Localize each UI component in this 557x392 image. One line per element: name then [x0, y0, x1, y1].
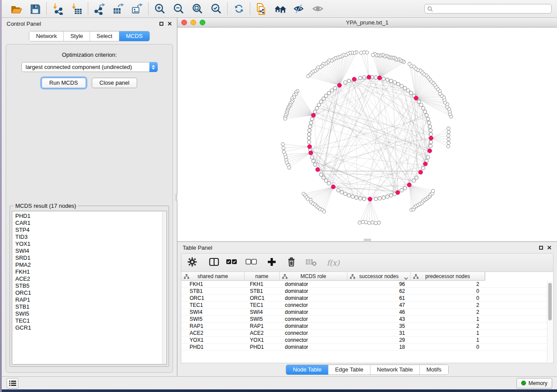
network-node[interactable]: [315, 107, 318, 110]
network-node[interactable]: [313, 110, 317, 113]
network-node[interactable]: [422, 107, 425, 110]
clone-network-icon[interactable]: [256, 3, 267, 15]
network-node[interactable]: [322, 210, 326, 213]
network-node[interactable]: [306, 75, 310, 78]
network-node[interactable]: [429, 140, 432, 144]
network-node[interactable]: [343, 192, 347, 196]
open-file-icon[interactable]: [10, 3, 22, 15]
sort-indicator-icon[interactable]: [404, 275, 408, 281]
network-node[interactable]: [307, 136, 311, 140]
float-panel-icon[interactable]: [159, 22, 163, 26]
table-tab-motifs[interactable]: Motifs: [419, 365, 448, 375]
mcds-result-item[interactable]: YOX1: [15, 241, 166, 248]
network-node[interactable]: [397, 83, 400, 86]
network-node[interactable]: [284, 117, 287, 120]
mcds-result-item[interactable]: GCR1: [15, 324, 166, 331]
mcds-list-scrollbar[interactable]: [162, 212, 166, 364]
home-icon[interactable]: [274, 3, 286, 15]
table-row[interactable]: STB1STB1dominator620: [181, 288, 553, 295]
network-node[interactable]: [382, 77, 385, 80]
network-node[interactable]: [340, 190, 343, 194]
tab-style[interactable]: Style: [63, 31, 90, 41]
network-node[interactable]: [389, 194, 393, 197]
table-tab-edge-table[interactable]: Edge Table: [328, 365, 370, 375]
table-row[interactable]: SWI5SWI5connector431: [181, 316, 553, 323]
network-node[interactable]: [403, 86, 407, 90]
network-node[interactable]: [419, 103, 423, 107]
mcds-result-item[interactable]: PHD1: [15, 213, 166, 220]
mcds-result-item[interactable]: STB1: [15, 303, 166, 310]
network-node[interactable]: [317, 103, 321, 107]
mcds-dominator-node[interactable]: [367, 75, 371, 79]
network-node[interactable]: [347, 79, 351, 83]
network-node[interactable]: [322, 176, 325, 179]
network-node[interactable]: [425, 113, 428, 117]
table-row[interactable]: TEC1TEC1connector472: [181, 302, 553, 309]
column-header-predecessor-nodes[interactable]: predecessor nodes: [411, 272, 485, 280]
network-node[interactable]: [408, 62, 412, 66]
table-row[interactable]: SWI4SWI4dominator462: [181, 309, 553, 316]
network-node[interactable]: [426, 117, 430, 120]
network-node[interactable]: [333, 86, 337, 90]
mcds-dominator-node[interactable]: [429, 136, 433, 140]
close-table-panel-icon[interactable]: ✕: [547, 245, 552, 251]
mcds-dominator-node[interactable]: [423, 162, 427, 166]
mcds-result-item[interactable]: TID3: [15, 234, 166, 241]
mcds-dominator-node[interactable]: [419, 170, 422, 174]
network-node[interactable]: [382, 196, 385, 199]
network-node[interactable]: [446, 144, 450, 148]
mcds-dominator-node[interactable]: [428, 149, 432, 153]
network-node[interactable]: [428, 125, 432, 128]
mcds-result-item[interactable]: SWI5: [15, 310, 166, 317]
export-table-icon[interactable]: [112, 3, 124, 15]
settings-gear-icon[interactable]: [187, 257, 197, 268]
network-node[interactable]: [355, 196, 358, 199]
network-node[interactable]: [374, 76, 377, 79]
network-node[interactable]: [409, 91, 413, 95]
mcds-dominator-node[interactable]: [352, 77, 356, 81]
hide-graphics-details-icon[interactable]: [293, 3, 305, 15]
table-row[interactable]: FKH1FKH1dominator962: [181, 281, 553, 288]
refresh-view-icon[interactable]: [233, 3, 245, 15]
network-node[interactable]: [361, 220, 365, 224]
columns-icon[interactable]: [209, 257, 219, 268]
show-graphics-details-icon[interactable]: [312, 3, 324, 15]
delete-column-icon[interactable]: [287, 257, 296, 268]
network-node[interactable]: [371, 53, 375, 57]
tab-mcds[interactable]: MCDS: [119, 31, 149, 41]
close-panel-button[interactable]: Close panel: [92, 78, 138, 88]
network-node[interactable]: [406, 89, 410, 92]
network-node[interactable]: [429, 129, 432, 132]
table-row[interactable]: RAP1RAP1dominator352: [181, 323, 553, 330]
network-node[interactable]: [386, 195, 389, 198]
network-node[interactable]: [308, 129, 311, 132]
network-node[interactable]: [431, 189, 435, 193]
mcds-dominator-node[interactable]: [311, 113, 315, 117]
network-node[interactable]: [367, 221, 371, 225]
network-node[interactable]: [427, 121, 431, 124]
network-node[interactable]: [400, 84, 403, 88]
network-node[interactable]: [412, 179, 415, 182]
criterion-dropdown[interactable]: largest connected component (undirected): [21, 62, 158, 72]
mcds-result-item[interactable]: SWI4: [15, 248, 166, 254]
mcds-dominator-node[interactable]: [396, 190, 400, 194]
mcds-dominator-node[interactable]: [368, 197, 372, 201]
network-node[interactable]: [327, 91, 331, 95]
maximize-window-icon[interactable]: [200, 20, 205, 25]
network-node[interactable]: [343, 81, 347, 84]
network-node[interactable]: [351, 195, 354, 198]
close-panel-icon[interactable]: ✕: [167, 21, 172, 27]
mcds-dominator-node[interactable]: [316, 168, 320, 172]
mcds-dominator-node[interactable]: [309, 151, 313, 155]
network-node[interactable]: [403, 186, 407, 190]
network-node[interactable]: [415, 176, 418, 179]
run-mcds-button[interactable]: Run MCDS: [42, 78, 86, 88]
network-node[interactable]: [447, 138, 450, 141]
column-header-shared-name[interactable]: shared name: [181, 272, 245, 280]
mcds-result-item[interactable]: STB5: [15, 282, 166, 289]
zoom-out-icon[interactable]: [173, 3, 184, 15]
network-node[interactable]: [325, 179, 328, 182]
network-node[interactable]: [330, 89, 334, 92]
network-node[interactable]: [378, 196, 381, 200]
network-node[interactable]: [287, 166, 291, 169]
